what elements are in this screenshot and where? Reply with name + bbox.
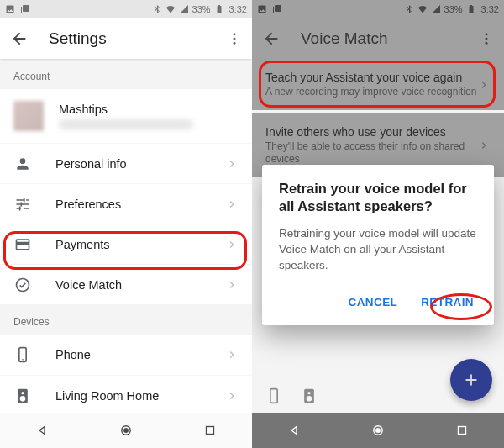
right-pane: 33% 3:32 Voice Match Teach your Assistan… [252, 0, 504, 448]
section-account: Account [0, 59, 252, 89]
status-bar-left: 33% 3:32 [0, 0, 252, 18]
picture-icon [5, 4, 15, 14]
tune-icon [13, 195, 32, 213]
battery-icon [214, 4, 224, 14]
dialog-title: Retrain your voice model for all Assista… [279, 180, 477, 216]
svg-point-3 [17, 278, 29, 291]
chevron-right-icon [225, 278, 239, 292]
gallery-icon [20, 4, 30, 14]
nav-back-icon[interactable] [286, 423, 302, 438]
chevron-right-icon [225, 389, 239, 403]
left-pane: 33% 3:32 Settings Account Mashtips Perso… [0, 0, 252, 448]
nav-home-icon[interactable] [118, 423, 134, 438]
phone-icon [13, 345, 32, 364]
chevron-right-icon [225, 157, 239, 171]
navbar-left [0, 413, 252, 448]
profile-name: Mashtips [59, 103, 193, 116]
svg-point-14 [375, 428, 380, 432]
row-payments[interactable]: Payments [0, 224, 252, 264]
row-label: Living Room Home [55, 389, 159, 403]
back-icon[interactable] [10, 29, 29, 48]
row-label: Personal info [55, 157, 127, 171]
svg-point-1 [234, 38, 236, 40]
appbar-left: Settings [0, 18, 252, 59]
nav-back-icon[interactable] [34, 423, 50, 438]
nav-recent-icon[interactable] [202, 423, 218, 438]
person-icon [13, 155, 32, 173]
svg-point-2 [234, 42, 236, 45]
row-phone[interactable]: Phone [0, 335, 252, 375]
bluetooth-icon [152, 4, 162, 14]
row-label: Payments [55, 238, 109, 251]
profile-sub-blur [59, 119, 193, 129]
retrain-dialog: Retrain your voice model for all Assista… [262, 165, 494, 325]
svg-point-7 [123, 428, 128, 432]
section-devices: Devices [0, 304, 252, 335]
nav-home-icon[interactable] [370, 423, 386, 438]
avatar [13, 101, 44, 131]
check-circle-icon [13, 276, 32, 294]
dialog-message: Retraining your voice model will update … [279, 226, 477, 274]
chevron-right-icon [225, 348, 239, 361]
chevron-right-icon [225, 238, 239, 251]
clock-text: 3:32 [229, 4, 247, 14]
retrain-button[interactable]: RETRAIN [417, 291, 477, 314]
page-title: Settings [49, 29, 107, 48]
signal-icon [179, 4, 189, 14]
row-preferences[interactable]: Preferences [0, 183, 252, 224]
row-voice-match[interactable]: Voice Match [0, 264, 252, 304]
row-personal-info[interactable]: Personal info [0, 143, 252, 183]
row-label: Preferences [55, 198, 121, 211]
overflow-icon[interactable] [227, 31, 242, 46]
svg-point-5 [22, 359, 24, 361]
svg-rect-8 [207, 427, 214, 435]
settings-list: Account Mashtips Personal info Preferenc… [0, 59, 252, 413]
row-label: Phone [55, 348, 91, 361]
row-label: Voice Match [55, 278, 122, 292]
svg-rect-15 [459, 427, 466, 435]
svg-point-0 [234, 33, 236, 35]
wifi-icon [165, 4, 176, 14]
row-living-room-home[interactable]: Living Room Home [0, 375, 252, 413]
chevron-right-icon [225, 198, 239, 211]
row-profile[interactable]: Mashtips [0, 89, 252, 143]
nav-recent-icon[interactable] [454, 423, 470, 438]
cancel-button[interactable]: CANCEL [345, 291, 402, 314]
battery-text: 33% [192, 4, 211, 14]
card-icon [13, 235, 32, 254]
navbar-right [252, 413, 504, 448]
speaker-icon [13, 387, 32, 405]
